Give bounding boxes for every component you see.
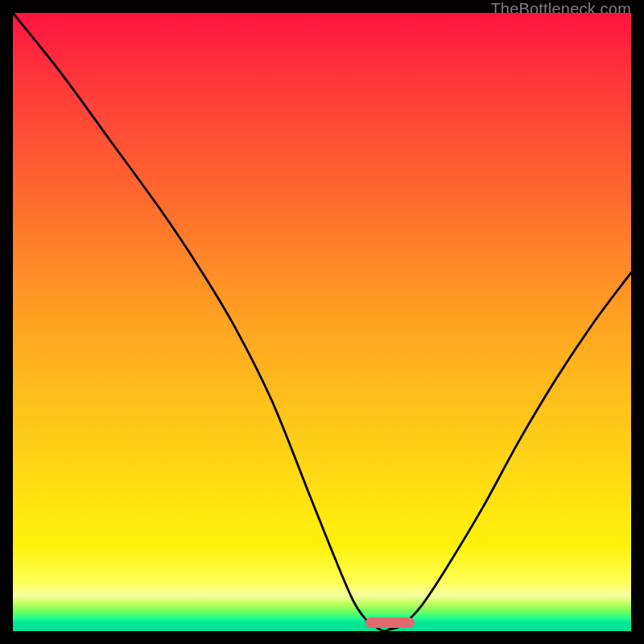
chart-frame: TheBottleneck.com	[0, 0, 644, 644]
bottleneck-curve	[13, 13, 631, 631]
plot-area	[13, 13, 631, 631]
optimal-range-marker	[365, 617, 415, 628]
curve-layer	[13, 13, 631, 631]
